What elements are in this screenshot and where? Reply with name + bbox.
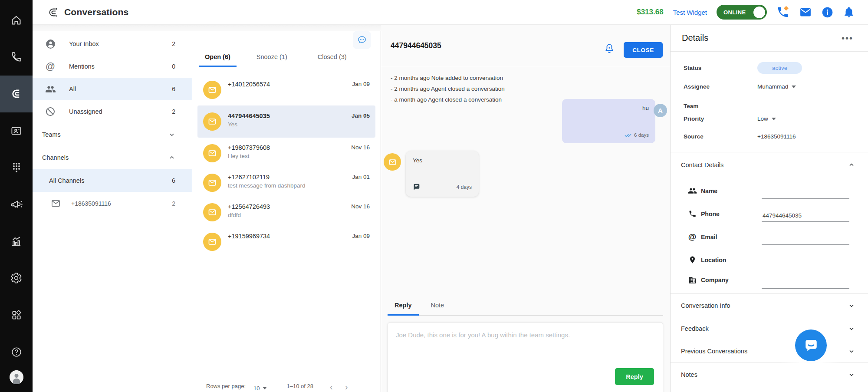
home-icon[interactable]: [0, 2, 33, 39]
chevron-down-icon: [848, 302, 855, 309]
collapsible-section-header[interactable]: Feedback: [671, 317, 868, 340]
sidebar-item-your-inbox[interactable]: Your Inbox 2: [33, 33, 192, 55]
section-label: Previous Conversations: [681, 348, 747, 355]
conversation-list-item[interactable]: +12564726493 dfdfd Nov 16: [197, 198, 375, 226]
conversation-title: +19159969734: [228, 233, 270, 240]
team-label: Team: [684, 103, 757, 109]
sidebar-item-unassigned[interactable]: Unassigned 2: [33, 100, 192, 123]
collapsible-section-header[interactable]: Notes: [671, 363, 868, 386]
location-input[interactable]: [762, 265, 849, 268]
prev-page-button[interactable]: ‹: [330, 382, 333, 392]
reply-input[interactable]: [388, 323, 663, 362]
composer: Reply: [388, 322, 663, 392]
chat-launcher-button[interactable]: [795, 329, 827, 361]
online-toggle[interactable]: ONLINE: [717, 5, 767, 20]
status-badge[interactable]: active: [757, 62, 802, 74]
contacts-icon[interactable]: [0, 112, 33, 149]
settings-gear-icon[interactable]: [0, 260, 33, 296]
chevron-down-icon: [168, 131, 175, 138]
company-input[interactable]: [762, 286, 849, 289]
sidebar-item-all[interactable]: All 6: [33, 78, 192, 100]
conversation-date: Jan 05: [347, 112, 370, 131]
help-icon[interactable]: [0, 333, 33, 370]
conversation-preview: dfdfd: [228, 212, 270, 218]
details-collapsible-sections: Conversation Info Feedback Previous Conv…: [671, 293, 868, 386]
conversation-header: 447944645035 z CLOSE: [381, 25, 670, 67]
sidebar-item-channel-number[interactable]: +18635091116 2: [33, 192, 192, 215]
tab-snooze[interactable]: Snooze (1): [250, 50, 293, 67]
online-toggle-label: ONLINE: [723, 9, 746, 16]
info-icon[interactable]: [822, 7, 833, 18]
conversation-list-item[interactable]: +19807379608 Hey test Nov 16: [197, 139, 375, 167]
apps-icon[interactable]: [0, 296, 33, 333]
collapsible-section-header[interactable]: Conversation Info: [671, 294, 868, 317]
assignee-select[interactable]: Muhammad: [757, 83, 796, 90]
tab-reply[interactable]: Reply: [388, 297, 419, 316]
sidebar-item-all-channels[interactable]: All Channels 6: [33, 169, 192, 192]
close-conversation-button[interactable]: CLOSE: [624, 42, 663, 58]
dropdown-caret-icon: [263, 387, 267, 389]
more-options-kebab-icon[interactable]: •••: [842, 36, 853, 40]
all-channels-label: All Channels: [49, 177, 84, 184]
dialpad-icon[interactable]: [0, 149, 33, 186]
conversation-list-item[interactable]: +14012056574 Jan 09: [197, 76, 375, 104]
rows-per-page-select[interactable]: 10: [253, 385, 266, 392]
outgoing-message-bubble[interactable]: hu 6 days: [562, 99, 655, 143]
send-reply-button[interactable]: Reply: [615, 368, 654, 385]
conversation-text: +12564726493 dfdfd: [228, 203, 270, 221]
channel-avatar-envelope-icon: [203, 81, 221, 99]
source-label: Source: [684, 133, 757, 140]
people-icon: [687, 186, 697, 195]
campaigns-icon[interactable]: [0, 186, 33, 223]
conversation-date: Jan 09: [348, 233, 370, 251]
priority-select[interactable]: Low: [757, 115, 776, 122]
conversations-icon[interactable]: [0, 76, 33, 112]
email-input[interactable]: [762, 242, 849, 245]
test-widget-link[interactable]: Test Widget: [673, 9, 707, 16]
user-avatar[interactable]: [10, 370, 23, 384]
teams-group-label: Teams: [42, 131, 61, 138]
incoming-message-bubble[interactable]: Yes 4 days: [406, 151, 479, 197]
conversation-list-item[interactable]: +19159969734 Jan 09: [197, 228, 375, 256]
email-label: Email: [701, 234, 717, 240]
tab-closed[interactable]: Closed (3): [312, 50, 353, 67]
sidebar-item-label: Your Inbox: [69, 40, 99, 47]
new-chat-button[interactable]: [353, 31, 371, 49]
conversation-list-item[interactable]: +12627102119 test message from dashbpard…: [197, 169, 375, 197]
chevron-down-icon: [848, 325, 855, 332]
inbox-nav-panel: Your Inbox 2 @ Mentions 0 All 6 Unassign…: [33, 25, 192, 392]
name-input[interactable]: [762, 196, 849, 199]
contact-details-section: Contact Details Name Phone 447944645035 …: [671, 152, 868, 293]
calls-icon[interactable]: [776, 6, 789, 19]
channel-avatar-envelope-icon: [203, 112, 221, 131]
sidebar-item-mentions[interactable]: @ Mentions 0: [33, 55, 192, 78]
company-building-icon: [687, 276, 697, 284]
mail-icon[interactable]: [799, 6, 812, 19]
contact-details-header[interactable]: Contact Details: [671, 158, 868, 171]
analytics-icon[interactable]: [0, 223, 33, 260]
snooze-bell-icon[interactable]: z: [604, 43, 615, 54]
teams-group-header[interactable]: Teams: [33, 123, 192, 146]
tab-open[interactable]: Open (6): [199, 50, 237, 67]
conversation-title: +12564726493: [228, 203, 270, 210]
phone-icon[interactable]: [0, 39, 33, 76]
conversation-preview: test message from dashbpard: [228, 182, 306, 189]
contact-avatar-envelope-icon: [384, 153, 401, 171]
details-title: Details: [682, 33, 708, 43]
next-page-button[interactable]: ›: [345, 382, 348, 392]
account-balance: $313.68: [637, 8, 663, 16]
phone-input[interactable]: 447944645035: [762, 212, 849, 222]
collapsible-section-header[interactable]: Previous Conversations: [671, 340, 868, 363]
channel-avatar-envelope-icon: [203, 203, 221, 221]
channels-group-header[interactable]: Channels: [33, 146, 192, 169]
topbar-actions: $313.68 Test Widget ONLINE: [637, 5, 855, 20]
conversation-text: +19159969734: [228, 233, 270, 251]
conversation-list-item[interactable]: 447944645035 Yes Jan 05: [197, 105, 375, 138]
tab-note[interactable]: Note: [424, 297, 451, 316]
svg-text:z: z: [608, 46, 610, 50]
conversation-date: Nov 16: [347, 144, 370, 162]
incoming-message-time: 4 days: [457, 184, 472, 190]
notifications-bell-icon[interactable]: [843, 6, 855, 18]
envelope-icon: [51, 198, 61, 208]
sidebar-item-count: 2: [172, 40, 175, 47]
